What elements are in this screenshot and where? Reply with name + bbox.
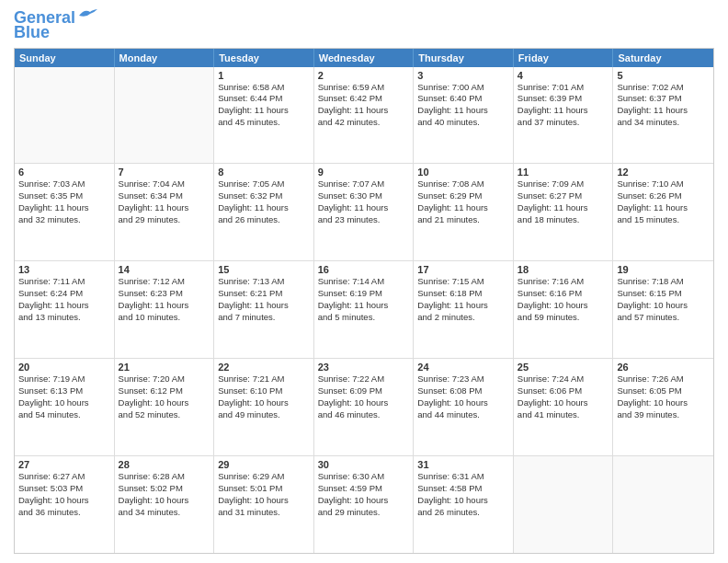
cell-text-line: Sunset: 6:42 PM: [318, 93, 410, 105]
day-cell-9: 9Sunrise: 7:07 AMSunset: 6:30 PMDaylight…: [314, 164, 415, 260]
cell-text-line: Sunset: 6:05 PM: [617, 385, 710, 397]
cell-text-line: and 34 minutes.: [617, 117, 710, 129]
logo-bird-icon: [77, 8, 97, 23]
page: General Blue SundayMondayTuesdayWednesda…: [0, 0, 728, 563]
day-number: 19: [617, 264, 710, 275]
cell-text-line: Sunset: 6:26 PM: [617, 190, 710, 202]
day-cell-19: 19Sunrise: 7:18 AMSunset: 6:15 PMDayligh…: [613, 261, 713, 358]
cell-text-line: and 46 minutes.: [318, 409, 410, 421]
logo-blue: Blue: [14, 24, 50, 42]
calendar-row-1: 1Sunrise: 6:58 AMSunset: 6:44 PMDaylight…: [15, 67, 713, 165]
day-cell-17: 17Sunrise: 7:15 AMSunset: 6:18 PMDayligh…: [414, 261, 514, 358]
day-cell-15: 15Sunrise: 7:13 AMSunset: 6:21 PMDayligh…: [214, 261, 314, 358]
calendar-row-3: 13Sunrise: 7:11 AMSunset: 6:24 PMDayligh…: [15, 261, 713, 359]
cell-text-line: and 23 minutes.: [318, 214, 410, 226]
header: General Blue: [14, 9, 714, 42]
calendar-header: SundayMondayTuesdayWednesdayThursdayFrid…: [15, 49, 713, 67]
cell-text-line: Sunset: 6:18 PM: [417, 288, 509, 300]
cell-text-line: Sunset: 6:08 PM: [417, 385, 509, 397]
cell-text-line: Sunrise: 7:12 AM: [119, 276, 210, 288]
cell-text-line: Daylight: 11 hours: [417, 202, 509, 214]
cell-text-line: Sunset: 5:03 PM: [18, 483, 110, 495]
day-number: 28: [119, 459, 210, 470]
day-cell-8: 8Sunrise: 7:05 AMSunset: 6:32 PMDaylight…: [214, 164, 314, 260]
cell-text-line: and 2 minutes.: [417, 312, 509, 324]
day-cell-16: 16Sunrise: 7:14 AMSunset: 6:19 PMDayligh…: [314, 261, 415, 358]
cell-text-line: Sunrise: 7:08 AM: [417, 178, 509, 190]
cell-text-line: Daylight: 10 hours: [18, 397, 110, 409]
cell-text-line: Sunset: 4:59 PM: [318, 483, 410, 495]
empty-cell: [15, 67, 115, 164]
day-number: 16: [318, 264, 410, 275]
cell-text-line: Sunset: 6:34 PM: [119, 190, 210, 202]
day-number: 23: [318, 362, 410, 373]
day-header-saturday: Saturday: [613, 49, 713, 67]
cell-text-line: Sunrise: 7:13 AM: [218, 276, 310, 288]
cell-text-line: Sunrise: 7:24 AM: [518, 373, 609, 385]
cell-text-line: Sunrise: 7:03 AM: [18, 178, 110, 190]
cell-text-line: Daylight: 11 hours: [119, 202, 210, 214]
day-cell-27: 27Sunrise: 6:27 AMSunset: 5:03 PMDayligh…: [15, 456, 115, 553]
cell-text-line: Sunrise: 6:28 AM: [119, 471, 210, 483]
day-number: 27: [18, 459, 110, 470]
cell-text-line: Daylight: 10 hours: [417, 397, 509, 409]
cell-text-line: Sunset: 6:44 PM: [218, 93, 310, 105]
day-header-thursday: Thursday: [414, 49, 514, 67]
cell-text-line: and 36 minutes.: [18, 507, 110, 519]
day-header-monday: Monday: [115, 49, 215, 67]
day-cell-2: 2Sunrise: 6:59 AMSunset: 6:42 PMDaylight…: [314, 67, 415, 164]
cell-text-line: Sunset: 6:15 PM: [617, 288, 710, 300]
day-number: 31: [417, 459, 509, 470]
day-cell-13: 13Sunrise: 7:11 AMSunset: 6:24 PMDayligh…: [15, 261, 115, 358]
cell-text-line: and 45 minutes.: [218, 117, 310, 129]
calendar: SundayMondayTuesdayWednesdayThursdayFrid…: [14, 48, 714, 554]
cell-text-line: Sunset: 6:30 PM: [318, 190, 410, 202]
day-number: 24: [417, 362, 509, 373]
cell-text-line: Daylight: 11 hours: [318, 105, 410, 117]
day-cell-29: 29Sunrise: 6:29 AMSunset: 5:01 PMDayligh…: [214, 456, 314, 553]
day-header-wednesday: Wednesday: [314, 49, 415, 67]
cell-text-line: Sunrise: 7:07 AM: [318, 178, 410, 190]
cell-text-line: Daylight: 11 hours: [18, 202, 110, 214]
calendar-body: 1Sunrise: 6:58 AMSunset: 6:44 PMDaylight…: [15, 67, 713, 553]
cell-text-line: Sunrise: 7:26 AM: [617, 373, 710, 385]
cell-text-line: Daylight: 11 hours: [518, 202, 609, 214]
cell-text-line: Sunrise: 6:58 AM: [218, 82, 310, 94]
cell-text-line: Sunset: 6:06 PM: [518, 385, 609, 397]
cell-text-line: Sunrise: 7:14 AM: [318, 276, 410, 288]
cell-text-line: Daylight: 11 hours: [417, 105, 509, 117]
day-cell-18: 18Sunrise: 7:16 AMSunset: 6:16 PMDayligh…: [514, 261, 614, 358]
empty-cell: [115, 67, 215, 164]
cell-text-line: Sunset: 6:10 PM: [218, 385, 310, 397]
cell-text-line: Sunset: 6:19 PM: [318, 288, 410, 300]
day-cell-5: 5Sunrise: 7:02 AMSunset: 6:37 PMDaylight…: [613, 67, 713, 164]
cell-text-line: and 42 minutes.: [318, 117, 410, 129]
cell-text-line: Daylight: 11 hours: [518, 105, 609, 117]
cell-text-line: and 34 minutes.: [119, 507, 210, 519]
day-number: 30: [318, 459, 410, 470]
day-cell-30: 30Sunrise: 6:30 AMSunset: 4:59 PMDayligh…: [314, 456, 415, 553]
cell-text-line: Sunrise: 6:30 AM: [318, 471, 410, 483]
cell-text-line: Daylight: 10 hours: [18, 495, 110, 507]
cell-text-line: and 59 minutes.: [518, 312, 609, 324]
day-header-sunday: Sunday: [15, 49, 115, 67]
cell-text-line: Sunrise: 7:21 AM: [218, 373, 310, 385]
cell-text-line: Sunset: 4:58 PM: [417, 483, 509, 495]
day-number: 25: [518, 362, 609, 373]
cell-text-line: Daylight: 11 hours: [617, 105, 710, 117]
cell-text-line: Sunrise: 7:23 AM: [417, 373, 509, 385]
day-cell-10: 10Sunrise: 7:08 AMSunset: 6:29 PMDayligh…: [414, 164, 514, 260]
cell-text-line: and 39 minutes.: [617, 409, 710, 421]
empty-cell: [514, 456, 614, 553]
day-cell-23: 23Sunrise: 7:22 AMSunset: 6:09 PMDayligh…: [314, 359, 415, 455]
day-cell-28: 28Sunrise: 6:28 AMSunset: 5:02 PMDayligh…: [115, 456, 215, 553]
day-cell-20: 20Sunrise: 7:19 AMSunset: 6:13 PMDayligh…: [15, 359, 115, 455]
cell-text-line: Daylight: 10 hours: [417, 495, 509, 507]
cell-text-line: Sunrise: 7:15 AM: [417, 276, 509, 288]
cell-text-line: Sunrise: 6:27 AM: [18, 471, 110, 483]
day-cell-3: 3Sunrise: 7:00 AMSunset: 6:40 PMDaylight…: [414, 67, 514, 164]
day-number: 26: [617, 362, 710, 373]
cell-text-line: and 31 minutes.: [218, 507, 310, 519]
cell-text-line: Sunrise: 6:31 AM: [417, 471, 509, 483]
day-number: 8: [218, 167, 310, 178]
